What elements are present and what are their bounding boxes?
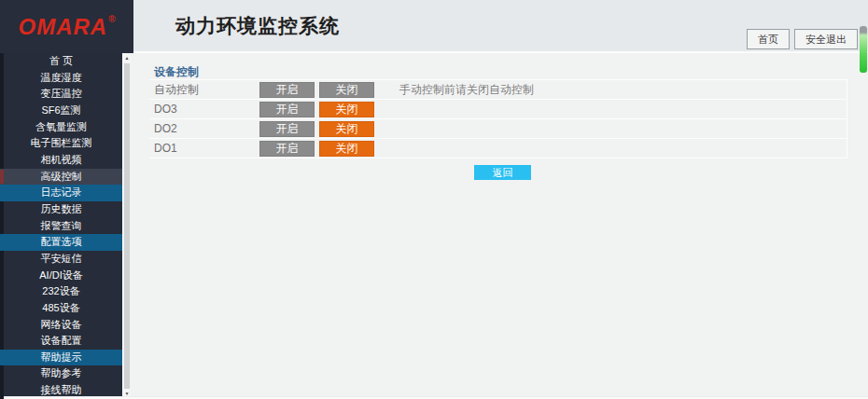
control-row-label: DO2 [154, 119, 177, 139]
sidebar-item-help-tips[interactable]: 帮助提示 [0, 350, 122, 366]
sidebar-item-history-data[interactable]: 历史数据 [0, 201, 122, 218]
off-button[interactable]: 关闭 [319, 82, 374, 98]
scroll-up-icon[interactable]: ▲ [123, 53, 131, 63]
sidebar-item-efence-monitor[interactable]: 电子围栏监测 [0, 135, 122, 152]
sidebar-item-device-232[interactable]: 232设备 [0, 283, 122, 300]
sidebar-scrollbar-thumb[interactable] [124, 63, 130, 389]
return-button[interactable]: 返回 [474, 165, 531, 180]
sidebar-item-transformer-temp[interactable]: 变压温控 [0, 86, 122, 103]
sidebar-item-help-reference[interactable]: 帮助参考 [0, 365, 122, 382]
sidebar-item-sf6-monitor[interactable]: SF6监测 [0, 103, 122, 119]
page-title: 动力环境监控系统 [175, 13, 340, 39]
sidebar-item-network-device[interactable]: 网络设备 [0, 317, 122, 334]
on-button[interactable]: 开启 [259, 121, 315, 137]
sidebar-accent-strip [0, 53, 4, 399]
header-buttons: 首页 安全退出 [747, 29, 858, 49]
sidebar-item-device-config[interactable]: 设备配置 [0, 333, 122, 350]
sidebar-item-ai-di-device[interactable]: AI/DI设备 [0, 268, 122, 284]
sidebar-item-safety-sms[interactable]: 平安短信 [0, 251, 122, 268]
control-row-label: DO1 [154, 139, 177, 158]
off-button[interactable]: 关闭 [319, 121, 374, 137]
control-row-label: DO3 [154, 100, 177, 119]
off-button[interactable]: 关闭 [319, 102, 374, 117]
sidebar-item-advanced-control[interactable]: 高级控制 [0, 169, 122, 186]
home-button[interactable]: 首页 [747, 29, 790, 49]
sidebar-item-log-record[interactable]: 日志记录 [0, 185, 122, 201]
control-row: DO2 开启 关闭 [149, 119, 847, 139]
sidebar-item-device-485[interactable]: 485设备 [0, 300, 122, 317]
sidebar-item-temp-humidity[interactable]: 温度湿度 [0, 70, 122, 87]
header: 动力环境监控系统 首页 安全退出 [133, 0, 868, 53]
sidebar-item-config-options[interactable]: 配置选项 [0, 234, 122, 251]
app-window: OMARA ® 动力环境监控系统 首页 安全退出 首 页温度湿度变压温控SF6监… [0, 0, 868, 399]
control-row: 自动控制 开启 关闭 手动控制前请关闭自动控制 [149, 80, 847, 100]
section-title: 设备控制 [154, 64, 199, 80]
off-button[interactable]: 关闭 [319, 141, 374, 157]
brand-logo-text: OMARA [18, 14, 107, 40]
control-row-label: 自动控制 [154, 80, 199, 100]
on-button[interactable]: 开启 [259, 102, 315, 117]
control-row-note: 手动控制前请关闭自动控制 [399, 80, 534, 100]
registered-trademark-icon: ® [108, 14, 115, 24]
brand-logo: OMARA ® [0, 0, 133, 53]
on-button[interactable]: 开启 [259, 82, 315, 98]
sidebar-nav-list: 首 页温度湿度变压温控SF6监测含氧量监测电子围栏监测相机视频高级控制日志记录历… [0, 53, 122, 399]
control-row: DO1 开启 关闭 [149, 139, 847, 158]
main-content: 设备控制 自动控制 开启 关闭 手动控制前请关闭自动控制 DO3 开启 关闭 D… [131, 53, 868, 399]
logout-button[interactable]: 安全退出 [794, 29, 858, 49]
sidebar: 首 页温度湿度变压温控SF6监测含氧量监测电子围栏监测相机视频高级控制日志记录历… [0, 53, 122, 399]
sidebar-item-alarm-query[interactable]: 报警查询 [0, 218, 122, 235]
control-table: 自动控制 开启 关闭 手动控制前请关闭自动控制 DO3 开启 关闭 DO2 开启… [149, 79, 847, 158]
sidebar-item-home[interactable]: 首 页 [0, 53, 122, 70]
sidebar-item-oxygen-monitor[interactable]: 含氧量监测 [0, 119, 122, 136]
sidebar-scrollbar[interactable]: ▲ ▼ [122, 53, 131, 399]
on-button[interactable]: 开启 [259, 141, 315, 157]
control-row: DO3 开启 关闭 [149, 100, 847, 119]
sidebar-item-camera-video[interactable]: 相机视频 [0, 152, 122, 169]
